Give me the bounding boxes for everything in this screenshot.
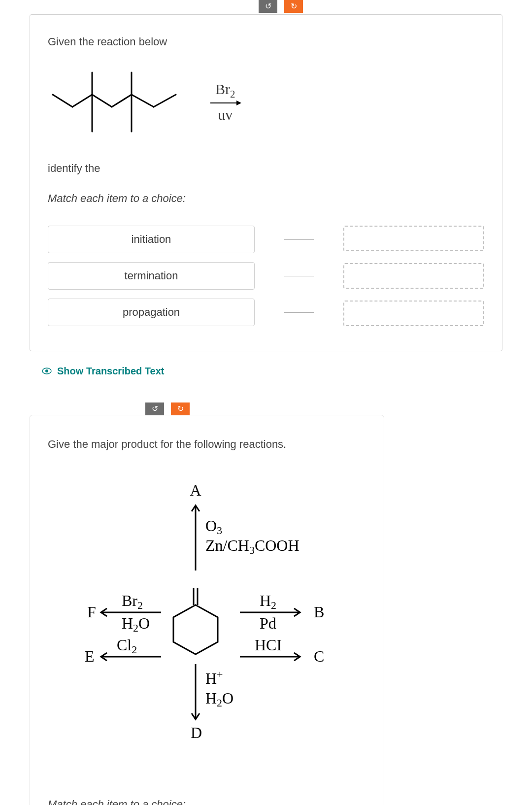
match-item-propagation[interactable]: propagation bbox=[48, 299, 255, 326]
question2-prompt: Give the major product for the following… bbox=[48, 437, 366, 452]
drop-zone[interactable] bbox=[343, 301, 484, 326]
reaction-arrow-1: Br2 uv bbox=[210, 79, 240, 125]
show-transcribed-label: Show Transcribed Text bbox=[57, 364, 164, 378]
reagent-H2O-left: H2O bbox=[122, 614, 150, 634]
connector-line bbox=[284, 299, 314, 326]
reagent-Br2: Br2 bbox=[122, 592, 143, 611]
drop-zone[interactable] bbox=[343, 226, 484, 251]
svg-marker-12 bbox=[173, 605, 218, 654]
reagent-O3: O3 bbox=[205, 517, 222, 537]
matching-area-1: initiation termination propagation bbox=[48, 226, 484, 326]
svg-line-1 bbox=[72, 95, 92, 107]
svg-point-11 bbox=[45, 369, 48, 372]
svg-line-8 bbox=[132, 95, 154, 107]
rotate-ccw-button[interactable]: ↺ bbox=[259, 0, 277, 13]
molecule-structure-icon bbox=[48, 63, 196, 141]
eye-icon bbox=[41, 366, 52, 376]
label-A: A bbox=[190, 481, 201, 499]
connector-line bbox=[284, 262, 314, 290]
match-instruction-2: Match each item to a choice: bbox=[48, 797, 366, 805]
show-transcribed-link[interactable]: Show Transcribed Text bbox=[41, 364, 502, 378]
label-E: E bbox=[85, 647, 95, 665]
label-B: B bbox=[314, 603, 324, 621]
match-instruction-1: Match each item to a choice: bbox=[48, 191, 484, 206]
reagent-Hplus: H+ bbox=[205, 668, 223, 687]
reagent-Cl2: Cl2 bbox=[117, 636, 137, 656]
rotate-ccw-button-2[interactable]: ↺ bbox=[145, 402, 164, 415]
reagent-H2: H2 bbox=[260, 592, 276, 611]
label-D: D bbox=[191, 724, 202, 741]
svg-line-4 bbox=[92, 95, 112, 107]
reaction-scheme-1: Br2 uv bbox=[48, 63, 484, 141]
svg-line-5 bbox=[112, 95, 132, 107]
reagent-H2O-bottom: H2O bbox=[205, 689, 233, 709]
rotate-cw-button[interactable]: ↻ bbox=[284, 0, 303, 13]
identify-text: identify the bbox=[48, 161, 484, 176]
reagent-HCl: HCI bbox=[255, 636, 282, 654]
reagent-Zn: Zn/CH3COOH bbox=[205, 537, 299, 556]
drop-zone[interactable] bbox=[343, 263, 484, 289]
svg-line-0 bbox=[53, 95, 72, 107]
label-F: F bbox=[87, 603, 96, 621]
match-item-termination[interactable]: termination bbox=[48, 262, 255, 290]
question-card-1: Given the reaction below Br2 uv identify… bbox=[30, 14, 502, 351]
reagent-Pd: Pd bbox=[260, 614, 276, 632]
question1-prompt: Given the reaction below bbox=[48, 34, 484, 50]
question-card-2: Give the major product for the following… bbox=[30, 415, 384, 805]
svg-line-9 bbox=[154, 95, 176, 107]
label-C: C bbox=[314, 647, 324, 665]
match-item-initiation[interactable]: initiation bbox=[48, 226, 255, 253]
rotate-cw-button-2[interactable]: ↻ bbox=[171, 402, 190, 415]
reaction-wheel-diagram: A O3 Zn/CH3COOH H2 Pd B HCI C H+ bbox=[48, 477, 353, 782]
connector-line bbox=[284, 226, 314, 253]
